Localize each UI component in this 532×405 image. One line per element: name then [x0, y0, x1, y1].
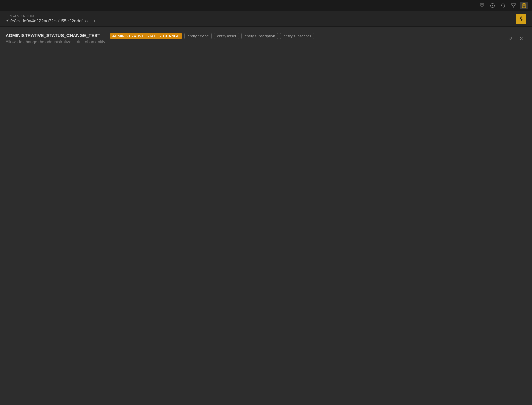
- clipboard-icon[interactable]: [520, 2, 528, 9]
- chevron-down-icon: ▾: [94, 19, 95, 23]
- svg-marker-4: [511, 4, 516, 7]
- rule-description: Allows to change the administrative stat…: [6, 39, 105, 44]
- org-selector[interactable]: Organization c1fe8ecdc0a4c222aa72ea155e2…: [6, 14, 95, 23]
- comment-icon[interactable]: [489, 2, 496, 9]
- org-bar: Organization c1fe8ecdc0a4c222aa72ea155e2…: [0, 11, 532, 27]
- svg-point-3: [492, 5, 493, 6]
- refresh-icon[interactable]: [499, 2, 507, 9]
- rule-name: ADMINISTRATIVE_STATUS_CHANGE_TEST: [6, 33, 105, 38]
- rule-name-block: ADMINISTRATIVE_STATUS_CHANGE_TEST Allows…: [6, 33, 105, 44]
- tag-entity-subscriber: entity.subscriber: [280, 33, 314, 39]
- tag-entity-subscription: entity.subscription: [241, 33, 278, 39]
- org-value-row: c1fe8ecdc0a4c222aa72ea155e22adcf_o... ▾: [6, 18, 95, 23]
- svg-marker-10: [519, 16, 523, 21]
- edit-button[interactable]: [505, 34, 515, 44]
- svg-rect-6: [523, 3, 525, 5]
- close-button[interactable]: [517, 34, 526, 44]
- svg-rect-1: [481, 4, 483, 6]
- org-label: Organization: [6, 14, 95, 18]
- tag-entity-asset: entity.asset: [214, 33, 239, 39]
- rule-inner: ADMINISTRATIVE_STATUS_CHANGE_TEST Allows…: [6, 33, 502, 44]
- rule-row: ADMINISTRATIVE_STATUS_CHANGE_TEST Allows…: [0, 27, 532, 51]
- type-badge: ADMINISTRATIVE_STATUS_CHANGE: [110, 33, 183, 39]
- top-bar: [0, 0, 532, 11]
- share-icon[interactable]: [478, 2, 486, 9]
- rule-content: ADMINISTRATIVE_STATUS_CHANGE_TEST Allows…: [6, 33, 105, 44]
- row-actions: [505, 34, 526, 44]
- tag-entity-device: entity.device: [184, 33, 212, 39]
- lightning-icon[interactable]: [516, 14, 526, 24]
- main-content: ADMINISTRATIVE_STATUS_CHANGE_TEST Allows…: [0, 27, 532, 405]
- filter-icon[interactable]: [510, 2, 517, 9]
- org-value: c1fe8ecdc0a4c222aa72ea155e22adcf_o...: [6, 18, 92, 23]
- badges-row: ADMINISTRATIVE_STATUS_CHANGE entity.devi…: [110, 33, 314, 39]
